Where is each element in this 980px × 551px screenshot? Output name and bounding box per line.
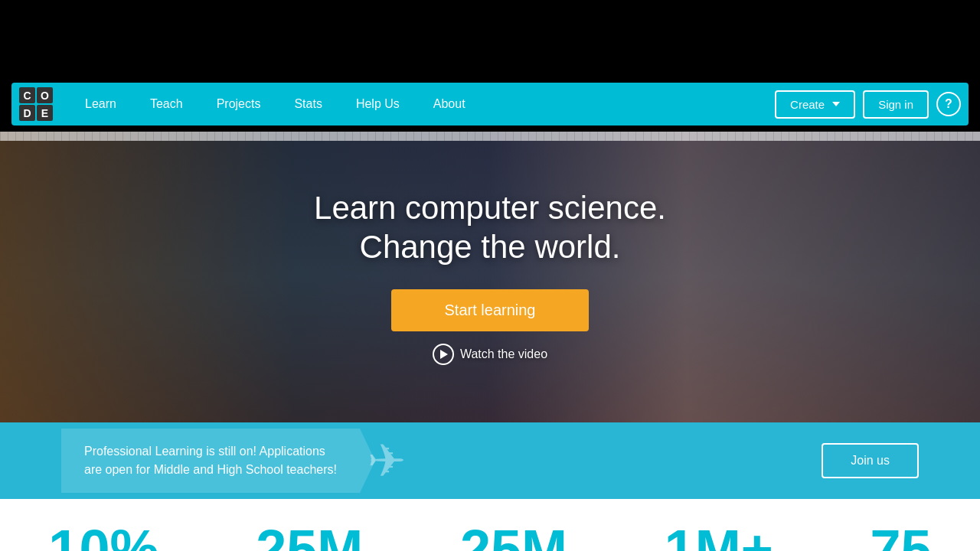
ruler-strip bbox=[0, 132, 980, 141]
stat-number-3: 25M bbox=[460, 522, 567, 551]
banner-text: Professional Learning is still on! Appli… bbox=[61, 429, 375, 493]
nav-right: Create Sign in ? bbox=[775, 90, 961, 119]
nav-links: Learn Teach Projects Stats Help Us About bbox=[68, 83, 775, 126]
nav-about[interactable]: About bbox=[416, 83, 482, 126]
nav-teach[interactable]: Teach bbox=[133, 83, 200, 126]
stat-number-2: 25M bbox=[256, 522, 363, 551]
banner-arrow: Professional Learning is still on! Appli… bbox=[61, 429, 406, 493]
signin-button[interactable]: Sign in bbox=[863, 90, 929, 119]
nav-projects[interactable]: Projects bbox=[200, 83, 278, 126]
stat-item: 25M bbox=[256, 522, 363, 551]
stats-bar: 10% 25M 25M 1M+ 75 bbox=[0, 499, 980, 551]
stat-item: 1M+ bbox=[665, 522, 773, 551]
top-bar bbox=[0, 0, 980, 83]
start-learning-button[interactable]: Start learning bbox=[391, 289, 590, 331]
stat-number-1: 10% bbox=[48, 522, 158, 551]
play-icon bbox=[433, 344, 454, 365]
banner-section: Professional Learning is still on! Appli… bbox=[0, 422, 980, 499]
hero-title: Learn computer science. Change the world… bbox=[314, 189, 666, 266]
stat-number-5: 75 bbox=[871, 522, 932, 551]
help-button[interactable]: ? bbox=[936, 92, 961, 116]
watch-video-button[interactable]: Watch the video bbox=[433, 344, 547, 365]
join-button[interactable]: Join us bbox=[822, 443, 919, 478]
navbar: C O D E Learn Teach Projects Stats Help … bbox=[11, 83, 969, 126]
chevron-down-icon bbox=[832, 102, 840, 106]
stat-number-4: 1M+ bbox=[665, 522, 773, 551]
logo-cell-c: C bbox=[19, 87, 35, 103]
play-triangle-icon bbox=[440, 350, 448, 359]
logo-cell-e: E bbox=[37, 105, 53, 121]
create-button[interactable]: Create bbox=[775, 90, 855, 119]
logo-cell-d: D bbox=[19, 105, 35, 121]
logo-cell-o: O bbox=[37, 87, 53, 103]
hero-section: Learn computer science. Change the world… bbox=[0, 132, 980, 422]
stat-item: 10% bbox=[48, 522, 158, 551]
logo[interactable]: C O D E bbox=[19, 87, 53, 121]
nav-stats[interactable]: Stats bbox=[277, 83, 338, 126]
stat-item: 75 bbox=[871, 522, 932, 551]
nav-learn[interactable]: Learn bbox=[68, 83, 133, 126]
nav-helpus[interactable]: Help Us bbox=[339, 83, 416, 126]
stat-item: 25M bbox=[460, 522, 567, 551]
hero-content: Learn computer science. Change the world… bbox=[0, 132, 980, 422]
